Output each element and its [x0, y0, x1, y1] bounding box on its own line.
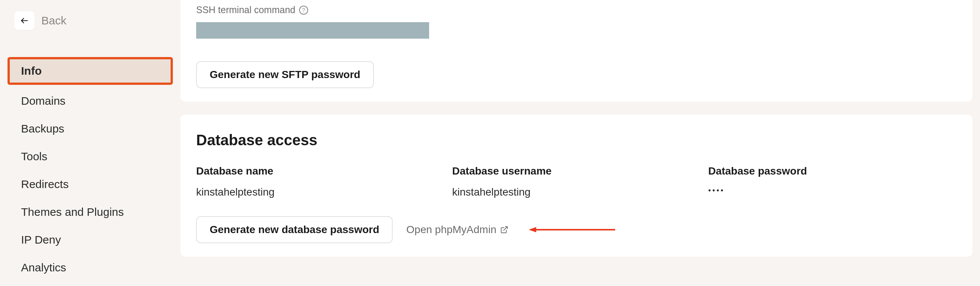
open-phpmyadmin-link[interactable]: Open phpMyAdmin	[406, 224, 508, 236]
svg-line-1	[504, 227, 507, 231]
database-name-label: Database name	[196, 165, 444, 177]
sidebar-item-label: Tools	[21, 150, 47, 163]
back-button-row[interactable]: Back	[8, 8, 173, 34]
sidebar-item-label: Domains	[21, 95, 65, 107]
database-username-value: kinstahelptesting	[452, 186, 700, 198]
ssh-command-value-redacted	[196, 22, 429, 39]
sidebar-item-domains[interactable]: Domains	[8, 87, 173, 115]
sidebar-item-cdn[interactable]: CDN	[8, 281, 173, 286]
database-name-column: Database name kinstahelptesting	[196, 165, 444, 198]
generate-sftp-password-button[interactable]: Generate new SFTP password	[196, 61, 374, 88]
back-button[interactable]	[14, 11, 35, 30]
sidebar: Back Info Domains Backups Tools Redirect…	[0, 0, 180, 286]
database-access-title: Database access	[196, 132, 957, 149]
sidebar-item-analytics[interactable]: Analytics	[8, 254, 173, 281]
sidebar-item-tools[interactable]: Tools	[8, 143, 173, 171]
sidebar-item-label: Analytics	[21, 261, 66, 273]
database-grid: Database name kinstahelptesting Database…	[196, 165, 957, 198]
database-access-card: Database access Database name kinstahelp…	[180, 114, 972, 257]
sidebar-item-backups[interactable]: Backups	[8, 115, 173, 143]
sidebar-item-label: Backups	[21, 122, 64, 135]
sidebar-item-label: IP Deny	[21, 234, 61, 246]
button-label: Generate new database password	[210, 224, 379, 236]
arrow-left-icon	[20, 16, 29, 25]
arrow-left-annotation-icon	[529, 226, 615, 234]
sidebar-item-label: Themes and Plugins	[21, 206, 124, 218]
annotation-arrow	[529, 226, 615, 234]
database-name-value: kinstahelptesting	[196, 186, 444, 198]
link-label: Open phpMyAdmin	[406, 224, 496, 236]
sidebar-item-info[interactable]: Info	[8, 57, 173, 85]
sidebar-item-themes-plugins[interactable]: Themes and Plugins	[8, 198, 173, 226]
svg-marker-3	[529, 227, 536, 232]
button-label: Generate new SFTP password	[210, 69, 360, 81]
database-action-row: Generate new database password Open phpM…	[196, 216, 957, 243]
sidebar-item-label: Redirects	[21, 178, 69, 190]
database-username-column: Database username kinstahelptesting	[452, 165, 700, 198]
database-password-value: ••••	[708, 186, 957, 195]
database-password-label: Database password	[708, 165, 957, 177]
main-content: SSH terminal command ? Generate new SFTP…	[180, 0, 980, 286]
database-password-column: Database password ••••	[708, 165, 957, 198]
ssh-command-label: SSH terminal command	[196, 5, 295, 16]
sidebar-item-ip-deny[interactable]: IP Deny	[8, 226, 173, 254]
database-username-label: Database username	[452, 165, 700, 177]
external-link-icon	[500, 226, 508, 234]
generate-database-password-button[interactable]: Generate new database password	[196, 216, 393, 243]
help-icon[interactable]: ?	[299, 6, 308, 15]
sidebar-item-label: Info	[21, 65, 42, 77]
sidebar-item-redirects[interactable]: Redirects	[8, 171, 173, 198]
ssh-card: SSH terminal command ? Generate new SFTP…	[180, 0, 972, 102]
ssh-command-label-row: SSH terminal command ?	[196, 5, 957, 16]
back-label: Back	[41, 14, 67, 27]
